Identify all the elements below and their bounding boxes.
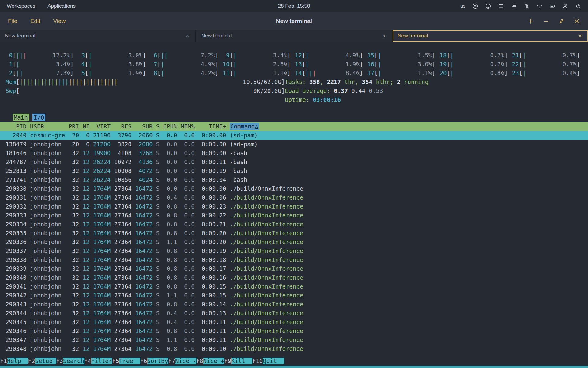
- keyboard-layout-indicator[interactable]: us: [460, 3, 466, 9]
- tab-new-terminal-1[interactable]: New terminal ×: [0, 30, 195, 42]
- column-header-user[interactable]: USER: [30, 122, 65, 131]
- close-icon[interactable]: [573, 18, 580, 25]
- tab-new-terminal-2[interactable]: New terminal ×: [196, 30, 392, 42]
- maximize-button[interactable]: [558, 18, 565, 25]
- tab-close-icon[interactable]: ×: [381, 32, 387, 40]
- process-row[interactable]: 290336johnbjohn32121764M2736416472S1.10.…: [0, 238, 588, 247]
- fkey-f5[interactable]: F5Tree: [112, 358, 140, 364]
- menu-file[interactable]: File: [8, 18, 17, 25]
- process-row[interactable]: 244787johnbjohn321226224109724136S0.00.0…: [0, 158, 588, 167]
- bracket-close: ]: [287, 69, 291, 78]
- cpu-id: 22: [512, 60, 519, 69]
- column-header-virt[interactable]: VIRT: [93, 122, 111, 131]
- column-header-command[interactable]: Command△: [230, 123, 259, 130]
- htop-tab-main[interactable]: Main: [13, 114, 29, 121]
- workspaces-button[interactable]: Workspaces: [7, 3, 35, 9]
- column-header-cpu[interactable]: CPU%: [163, 122, 177, 131]
- users-icon[interactable]: [562, 3, 568, 9]
- process-row[interactable]: 290341johnbjohn32121764M2736416472S0.80.…: [0, 282, 588, 291]
- fkey-label: Nice -: [175, 358, 196, 364]
- tab-close-icon[interactable]: ×: [184, 32, 190, 40]
- process-row[interactable]: 290339johnbjohn32121764M2736416472S0.80.…: [0, 264, 588, 273]
- cell-res: 27364: [114, 211, 132, 220]
- cell-mem: 0.0: [181, 202, 195, 211]
- cell-virt: 1764M: [93, 229, 111, 238]
- fkey-f10[interactable]: F10Quit: [252, 358, 284, 364]
- battery-icon[interactable]: [549, 3, 556, 9]
- bracket-close: ]: [70, 51, 74, 60]
- tasks-thr-label: thr,: [341, 79, 362, 85]
- fkey-f6[interactable]: F6SortBy: [140, 358, 168, 364]
- cell-cpu: 0.8: [163, 327, 177, 335]
- cell-s: S: [156, 273, 160, 282]
- column-header-mem[interactable]: MEM%: [181, 122, 195, 131]
- bracket-close: ]: [577, 60, 580, 69]
- fkey-f8[interactable]: F8Nice +: [196, 358, 224, 364]
- process-row[interactable]: 290342johnbjohn32121764M2736416472S1.10.…: [0, 291, 588, 300]
- menu-edit[interactable]: Edit: [30, 18, 40, 25]
- htop-tab-io[interactable]: I/O: [32, 114, 45, 121]
- process-row[interactable]: 252813johnbjohn321226224109084072S0.00.0…: [0, 167, 588, 175]
- fkey-f7[interactable]: F7Nice -: [168, 358, 196, 364]
- minimize-button[interactable]: [543, 18, 549, 25]
- cell-res: 27364: [114, 247, 132, 255]
- fkey-f4[interactable]: F4Filter: [84, 358, 112, 364]
- wifi-icon[interactable]: [537, 3, 543, 9]
- cell-cpu: 0.0: [163, 167, 177, 175]
- process-row[interactable]: 290332johnbjohn32121764M2736416472S0.80.…: [0, 202, 588, 211]
- process-row[interactable]: 271741johnbjohn321226224108564024S0.00.0…: [0, 175, 588, 184]
- volume-icon[interactable]: [511, 3, 517, 9]
- process-row[interactable]: 290343johnbjohn32121764M2736416472S0.80.…: [0, 300, 588, 309]
- cell-shr: 16472: [135, 220, 153, 229]
- fkey-f1[interactable]: F1Help: [0, 358, 28, 364]
- process-row[interactable]: 290337johnbjohn32121764M2736416472S0.80.…: [0, 247, 588, 255]
- cell-command: -bash: [230, 150, 247, 156]
- process-row[interactable]: 290334johnbjohn32121764M2736416472S0.80.…: [0, 220, 588, 229]
- cell-user: johnbjohn: [30, 273, 65, 282]
- applications-button[interactable]: Applications: [47, 3, 76, 9]
- cell-time: 0:00.20: [198, 238, 226, 247]
- accessibility-icon[interactable]: [485, 3, 491, 9]
- cell-cpu: 0.8: [163, 264, 177, 273]
- process-row-selected[interactable]: 2040cosmic-gre2002119637962060S0.00.00:0…: [0, 131, 588, 140]
- process-row[interactable]: 290344johnbjohn32121764M2736416472S0.40.…: [0, 309, 588, 318]
- column-header-ni[interactable]: NI: [83, 122, 90, 131]
- window-title: New terminal: [276, 18, 312, 25]
- cell-user: johnbjohn: [30, 282, 65, 291]
- column-header-time[interactable]: TIME+: [198, 122, 226, 131]
- cell-res: 27364: [114, 264, 132, 273]
- fkey-f3[interactable]: F3Search: [56, 358, 84, 364]
- column-header-pri[interactable]: PRI: [69, 122, 79, 131]
- process-row[interactable]: 290338johnbjohn32121764M2736416472S0.80.…: [0, 255, 588, 264]
- spotify-icon[interactable]: [472, 3, 478, 9]
- menu-view[interactable]: View: [53, 18, 66, 25]
- fkey-f2[interactable]: F2Setup: [28, 358, 56, 364]
- bracket-close: ]: [360, 51, 363, 60]
- process-row[interactable]: 290347johnbjohn32121764M2736416472S1.10.…: [0, 335, 588, 344]
- cpu-id: 18: [440, 51, 447, 60]
- power-icon[interactable]: [575, 3, 581, 9]
- fkey-f9[interactable]: F9Kill: [224, 358, 252, 364]
- process-row[interactable]: 290331johnbjohn32121764M2736416472S0.40.…: [0, 193, 588, 202]
- process-row[interactable]: 290330johnbjohn32121764M2736416472S0.00.…: [0, 184, 588, 193]
- process-row[interactable]: 290335johnbjohn32121764M2736416472S0.80.…: [0, 229, 588, 238]
- process-row[interactable]: 138479johnbjohn2002120038202080S0.00.00:…: [0, 140, 588, 149]
- process-row[interactable]: 290345johnbjohn32121764M2736416472S0.40.…: [0, 318, 588, 327]
- clock-button[interactable]: 28 Feb, 15:50: [278, 3, 310, 9]
- process-row[interactable]: 290340johnbjohn32121764M2736416472S0.80.…: [0, 273, 588, 282]
- process-row[interactable]: 181646johnbjohn32121990041083768S0.00.00…: [0, 149, 588, 158]
- column-header-shr[interactable]: SHR: [135, 122, 153, 131]
- column-header-res[interactable]: RES: [114, 122, 132, 131]
- new-tab-button[interactable]: [527, 18, 534, 25]
- tab-close-icon[interactable]: ×: [577, 32, 583, 40]
- bluetooth-disabled-icon[interactable]: [524, 3, 530, 9]
- column-header-s[interactable]: S: [156, 122, 160, 131]
- process-row[interactable]: 290348johnbjohn32121764M2736416472S0.80.…: [0, 344, 588, 353]
- column-header-pid[interactable]: PID: [6, 122, 27, 131]
- cell-s: S: [156, 335, 160, 344]
- process-row[interactable]: 290333johnbjohn32121764M2736416472S0.80.…: [0, 211, 588, 220]
- process-row[interactable]: 290346johnbjohn32121764M2736416472S0.80.…: [0, 327, 588, 335]
- tab-new-terminal-3-active[interactable]: New terminal ×: [393, 30, 588, 42]
- screen-share-icon[interactable]: [498, 3, 504, 9]
- cpu-meter-bars: |: [522, 51, 559, 60]
